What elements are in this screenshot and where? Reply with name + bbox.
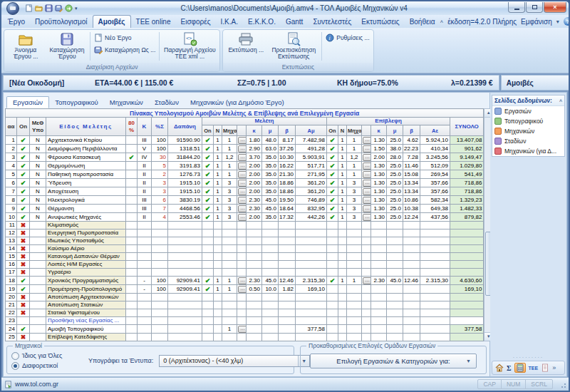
calculator-icon[interactable]	[514, 363, 526, 373]
meleti-on-cell[interactable]: ✔	[202, 136, 214, 145]
p80-cell[interactable]	[126, 136, 138, 145]
work-name-cell[interactable]: Επίβλεψη Κατεδάφισης	[46, 334, 126, 341]
tab-syntelestes[interactable]: Συντελεστές	[308, 15, 356, 28]
row-enabled-cell[interactable]: ✔	[17, 136, 30, 145]
work-name-cell[interactable]: Αμοιβή Τοπογραφικού	[46, 325, 126, 334]
meleti-on-cell[interactable]	[202, 269, 214, 277]
row-enabled-cell[interactable]: ✔	[17, 285, 30, 294]
table-row[interactable]: 6✔NΎδρευσηII31915.10✔13…2.0035.018.86361…	[6, 179, 484, 187]
table-row[interactable]: 10✔NΑνυψωτικές ΜηχανέςII42553.46✔13…2.00…	[6, 213, 484, 222]
tab-mixanikon-dimosio[interactable]: Μηχανικών (για Δημόσιο Έργο)	[185, 97, 290, 108]
meleti-on-cell[interactable]	[202, 253, 214, 261]
meleti-on-cell[interactable]	[202, 229, 214, 237]
epivlepsi-edit-button[interactable]: …	[363, 197, 371, 204]
collapse-panel-icon[interactable]: ˄	[559, 98, 562, 103]
signing-engineer-select[interactable]: 0 (Αρχιτέκτονας) - (<40 χλμ) ▼	[159, 355, 310, 367]
epivlepsi-on-cell[interactable]: ✔	[327, 136, 338, 145]
meleti-on-cell[interactable]	[202, 309, 214, 317]
data-page-item[interactable]: Εργασιών	[492, 106, 564, 116]
row-enabled-cell[interactable]: ✖	[17, 334, 30, 341]
table-row[interactable]: 17✖Υγραέριο	[6, 269, 484, 277]
epivlepsi-edit-button[interactable]: …	[363, 137, 371, 144]
epivlepsi-on-cell[interactable]: ✔	[327, 196, 338, 205]
row-enabled-cell[interactable]: ✔	[17, 196, 30, 205]
row-enabled-cell[interactable]: ✔	[17, 277, 30, 285]
data-page-item[interactable]: Τοπογραφικού	[492, 116, 564, 126]
p80-cell[interactable]	[126, 317, 138, 325]
meleti-on-cell[interactable]: ✔	[202, 285, 214, 294]
tab-ergo[interactable]: Έργο	[3, 15, 30, 28]
tab-stadion[interactable]: Σταδίων	[149, 97, 185, 108]
work-name-cell[interactable]: Λοιπές Η/Μ Εργασίες	[46, 261, 126, 269]
work-name-cell[interactable]: Φέρουσα Κατασκευή	[46, 153, 126, 162]
app-menu-button[interactable]	[4, 2, 22, 14]
meleti-on-cell[interactable]	[202, 325, 214, 334]
open-folder-icon[interactable]	[35, 4, 43, 12]
open-project-button[interactable]: Άνοιγμα Έργου ...	[6, 31, 46, 62]
p80-cell[interactable]	[126, 334, 138, 341]
epivlepsi-on-cell[interactable]: ✔	[327, 187, 338, 196]
toolbar-overflow-icon[interactable]: »	[552, 365, 556, 371]
save-project-button[interactable]: Καταχώρηση Έργου	[46, 31, 88, 62]
epivlepsi-on-cell[interactable]: ✔	[327, 205, 338, 213]
meleti-edit-button[interactable]: …	[238, 214, 247, 221]
meleti-edit-button[interactable]: …	[238, 171, 247, 178]
epivlepsi-on-cell[interactable]	[327, 269, 338, 277]
p80-cell[interactable]	[126, 237, 138, 245]
epivlepsi-on-cell[interactable]	[327, 325, 338, 334]
work-name-cell[interactable]: Ενεργητική Πυροπροστασία	[46, 229, 126, 237]
work-name-cell[interactable]: Διαμόρφωση Περιβάλλοντα	[46, 145, 126, 153]
meleti-edit-button[interactable]: …	[238, 188, 247, 195]
table-row[interactable]: 4✔NΘερμομόνωσηII53191.83✔11…2.0035.016.2…	[6, 162, 484, 170]
work-name-cell[interactable]: Ανυψωτικές Μηχανές	[46, 213, 126, 222]
meleti-on-cell[interactable]	[202, 317, 214, 325]
epivlepsi-edit-button[interactable]: …	[363, 171, 371, 178]
meleti-on-cell[interactable]: ✔	[202, 205, 214, 213]
epivlepsi-edit-button[interactable]: …	[363, 205, 371, 212]
p80-cell[interactable]	[126, 196, 138, 205]
generate-tee-xml-button[interactable]: <> Παραγωγή Αρχείου ΤΕΕ xml ...	[161, 31, 218, 62]
work-name-cell[interactable]: Υγραέριο	[46, 269, 126, 277]
save-as-icon[interactable]	[55, 4, 63, 12]
print-button[interactable]: Εκτύπωση ...	[224, 31, 267, 62]
meleti-on-cell[interactable]	[202, 334, 214, 341]
table-row[interactable]: 9✔NΘέρμανσηIII74468.56✔13…2.3045.018.648…	[6, 205, 484, 213]
row-enabled-cell[interactable]: ✖	[17, 294, 30, 301]
meleti-on-cell[interactable]: ✔	[202, 277, 214, 285]
epivlepsi-edit-button[interactable]: …	[363, 188, 371, 195]
epivlepsi-on-cell[interactable]	[327, 294, 338, 301]
work-name-cell[interactable]: Αποχέτευση	[46, 187, 126, 196]
meleti-on-cell[interactable]	[202, 294, 214, 301]
meleti-edit-button[interactable]: …	[238, 154, 247, 161]
table-row[interactable]: 13✖Ιδιωτικός Υποσταθμός	[6, 237, 484, 245]
p80-cell[interactable]	[126, 253, 138, 261]
epivlepsi-on-cell[interactable]	[327, 253, 338, 261]
maximize-button[interactable]	[526, 2, 543, 13]
table-row[interactable]: 19✔Προμέτρηση-Προϋπολογισμό-10092909.41✔…	[6, 285, 484, 294]
work-name-cell[interactable]: Ιδιωτικός Υποσταθμός	[46, 237, 126, 245]
new-project-button[interactable]: Νέο Έργο	[94, 33, 155, 42]
tab-ekko[interactable]: Ε.Κ.Κ.Ο.	[243, 15, 281, 28]
close-button[interactable]: ×	[544, 2, 566, 13]
row-enabled-cell[interactable]: ✔	[17, 145, 30, 153]
meleti-on-cell[interactable]: ✔	[202, 145, 214, 153]
meleti-on-cell[interactable]: ✔	[202, 170, 214, 179]
table-row[interactable]: 20✖Αποτύπωση Αρχιτεκτονικών	[6, 294, 484, 301]
work-name-cell[interactable]: Ηλεκτρολογικά	[46, 196, 126, 205]
work-name-cell[interactable]: Θέρμανση	[46, 205, 126, 213]
work-name-cell[interactable]: Προμέτρηση-Προϋπολογισμό	[46, 285, 126, 294]
row-enabled-cell[interactable]: ✔	[17, 325, 30, 334]
new-file-icon[interactable]	[25, 4, 33, 12]
p80-cell[interactable]	[126, 187, 138, 196]
website-link[interactable]: www.tol.com.gr	[15, 381, 58, 388]
tab-eisfores[interactable]: Εισφορές	[175, 15, 215, 28]
print-preview-button[interactable]: Προεπισκόπηση Εκτύπωσης	[267, 31, 320, 62]
p80-cell[interactable]	[126, 261, 138, 269]
meleti-on-cell[interactable]: ✔	[202, 153, 214, 162]
work-name-cell[interactable]: Κλιματισμός	[46, 222, 126, 229]
tee-icon[interactable]: ΤΕΕ	[529, 366, 539, 371]
data-pages-header[interactable]: Σελίδες Δεδομένων: ˄	[492, 96, 564, 106]
meleti-on-cell[interactable]	[202, 301, 214, 309]
tab-voithia[interactable]: Βοήθεια	[405, 15, 440, 28]
epivlepsi-on-cell[interactable]	[327, 245, 338, 253]
